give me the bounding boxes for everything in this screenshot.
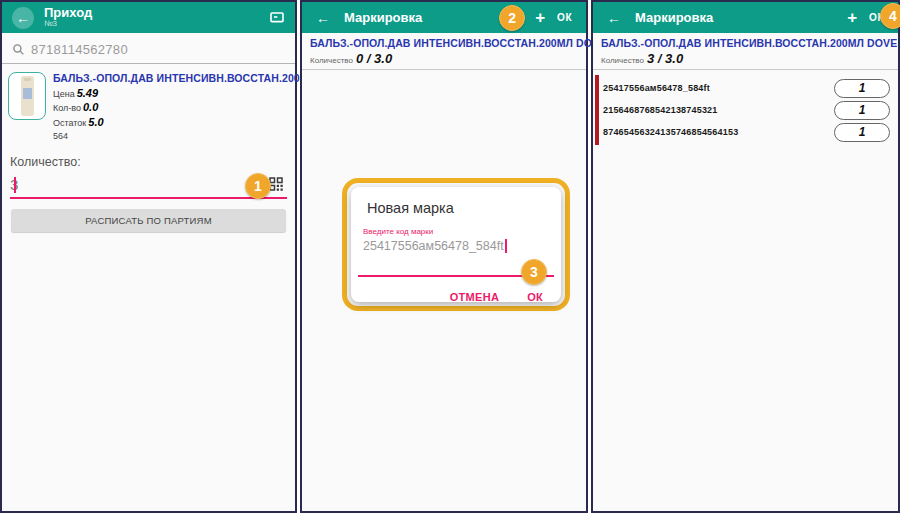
dialog-cancel-button[interactable]: ОТМЕНА	[450, 291, 499, 303]
price-value: 5.49	[77, 87, 98, 99]
back-arrow-icon: ←	[316, 10, 330, 26]
stock-value: 5.0	[88, 116, 103, 128]
product-strip: БАЛЬЗ.-ОПОЛ.ДАВ ИНТЕНСИВН.ВОССТАН.200МЛ …	[302, 33, 586, 70]
mark-code: 25417556ам56478_584ft	[603, 83, 710, 93]
step-badge-3: 3	[521, 259, 547, 285]
panel-markirovka-dialog: ← Маркировка 2 + ОК БАЛЬЗ.-ОПОЛ.ДАВ ИНТЕ…	[300, 0, 588, 513]
qty-label: Кол-во	[53, 103, 81, 113]
mark-row[interactable]: 25417556ам56478_584ft 1	[603, 77, 890, 99]
product-strip: БАЛЬЗ.-ОПОЛ.ДАВ ИНТЕНСИВН.ВОССТАН.200МЛ …	[593, 33, 898, 70]
step-badge-2: 2	[499, 5, 525, 31]
mark-code-value: 25417556ам56478_584ft	[363, 239, 504, 253]
mark-qty-pill[interactable]: 1	[834, 123, 890, 142]
mark-qty-pill[interactable]: 1	[834, 101, 890, 120]
search-icon	[12, 43, 25, 56]
mark-code: 87465456324135746854564153	[603, 127, 738, 137]
back-arrow-icon: ←	[16, 10, 30, 26]
product-card[interactable]: БАЛЬЗ.-ОПОЛ.ДАВ ИНТЕНСИВН.ВОССТАН.200МЛ …	[2, 64, 295, 141]
page-subtitle: №3	[44, 20, 92, 28]
qty-value: 0.0	[83, 101, 98, 113]
search-value: 8718114562780	[31, 42, 128, 57]
barcode-search-field[interactable]: 8718114562780	[2, 33, 295, 64]
appbar-prihod: ← Приход №3	[2, 2, 295, 33]
product-image	[8, 72, 46, 120]
mark-row[interactable]: 87465456324135746854564153 1	[603, 121, 890, 143]
quantity-label: Количество	[601, 56, 644, 65]
product-code: 564	[53, 131, 287, 141]
back-button[interactable]: ←	[12, 7, 34, 29]
mark-qty-pill[interactable]: 1	[834, 79, 890, 98]
chat-icon[interactable]	[269, 10, 285, 26]
back-button[interactable]: ←	[312, 7, 334, 29]
mark-code: 2156468768542138745321	[603, 105, 718, 115]
panel-markirovka-list: ← Маркировка + ОК 4 БАЛЬЗ.-ОПОЛ.ДАВ ИНТЕ…	[591, 0, 900, 513]
product-name: БАЛЬЗ.-ОПОЛ.ДАВ ИНТЕНСИВН.ВОССТАН.200МЛ …	[310, 37, 578, 49]
dialog-ok-button[interactable]: ОК	[527, 291, 543, 303]
annotation-highlight-box: Новая марка Введите код марки 25417556ам…	[342, 178, 570, 311]
mark-row[interactable]: 2156468768542138745321 1	[603, 99, 890, 121]
page-title: Приход	[44, 6, 92, 20]
appbar-markirovka: ← Маркировка + ОК 4	[593, 2, 898, 33]
back-button[interactable]: ←	[603, 7, 625, 29]
dialog-title: Новая марка	[367, 200, 561, 216]
new-mark-dialog: Новая марка Введите код марки 25417556ам…	[351, 187, 561, 302]
quantity-progress: 0 / 3.0	[356, 51, 392, 66]
tutorial-screenshot-strip: ← Приход №3 8718114562780	[0, 0, 900, 513]
text-caret	[505, 239, 507, 253]
stock-label: Остаток	[53, 118, 86, 128]
quantity-progress: 3 / 3.0	[647, 51, 683, 66]
panel-prihod: ← Приход №3 8718114562780	[0, 0, 297, 513]
price-label: Цена	[53, 89, 75, 99]
product-name: БАЛЬЗ.-ОПОЛ.ДАВ ИНТЕНСИВН.ВОССТАН.200МЛ …	[601, 37, 890, 49]
ok-button[interactable]: ОК	[557, 12, 572, 23]
page-title: Маркировка	[635, 11, 713, 25]
page-title: Маркировка	[344, 11, 422, 25]
quantity-input-row: 1	[10, 173, 287, 199]
step-badge-4: 4	[880, 3, 900, 29]
quantity-field-label: Количество:	[2, 141, 295, 169]
marks-list: 25417556ам56478_584ft 1 2156468768542138…	[593, 73, 898, 147]
batch-split-button[interactable]: РАСПИСАТЬ ПО ПАРТИЯМ	[11, 209, 286, 232]
text-caret	[14, 177, 16, 193]
quantity-label: Количество	[310, 56, 353, 65]
product-name: БАЛЬЗ.-ОПОЛ.ДАВ ИНТЕНСИВН.ВОССТАН.200МЛ …	[53, 72, 287, 84]
add-mark-button[interactable]: +	[847, 8, 857, 28]
mark-code-label: Введите код марки	[363, 227, 561, 236]
mark-code-input[interactable]: 25417556ам56478_584ft	[363, 239, 561, 253]
appbar-markirovka: ← Маркировка 2 + ОК	[302, 2, 586, 33]
step-badge-1: 1	[245, 173, 271, 199]
back-arrow-icon: ←	[607, 10, 621, 26]
add-mark-button[interactable]: +	[535, 8, 545, 28]
